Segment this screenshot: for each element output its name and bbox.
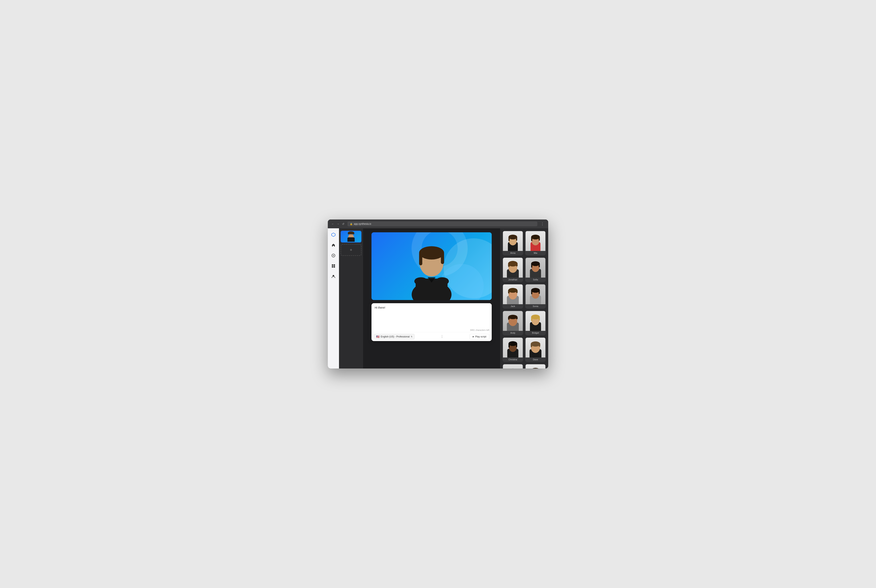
svg-point-17 (436, 278, 449, 285)
avatar-card-anna[interactable]: Anna (502, 231, 523, 255)
main-avatar (398, 232, 465, 300)
sidebar-icon-home[interactable] (330, 242, 337, 248)
svg-rect-51 (508, 316, 509, 320)
avatar-name-sofia: Sofia (526, 278, 545, 282)
avatar-card-sofia[interactable]: Sofia (525, 257, 546, 282)
svg-point-75 (531, 368, 540, 369)
svg-rect-4 (334, 264, 335, 266)
svg-rect-26 (531, 237, 532, 241)
main-content: 3491 characters left 🇺🇸 English (US) - P… (363, 228, 500, 369)
avatar-card-mia[interactable]: Mia (525, 231, 546, 255)
sidebar-icon-profile[interactable] (330, 273, 337, 280)
svg-rect-13 (419, 252, 422, 266)
avatar-card-andy[interactable]: Andy (502, 310, 523, 335)
svg-point-60 (508, 341, 517, 346)
svg-rect-36 (531, 263, 532, 268)
svg-rect-31 (508, 263, 510, 267)
refresh-button[interactable]: ↺ (341, 222, 345, 226)
svg-point-25 (531, 235, 540, 240)
svg-point-35 (531, 261, 540, 266)
browser-chrome: ← → ↺ 🔒 app.synthesia.io ⋮ (328, 219, 548, 228)
lock-icon: 🔒 (350, 223, 353, 225)
address-bar[interactable]: 🔒 app.synthesia.io (347, 222, 537, 226)
svg-rect-46 (531, 290, 532, 294)
avatar-name-jack: Jack (503, 304, 523, 308)
svg-rect-57 (539, 316, 540, 321)
svg-marker-0 (332, 233, 335, 237)
avatar-card-jack[interactable]: Jack (502, 284, 523, 309)
script-footer: 🇺🇸 English (US) - Professional ⇅ ⋮ ▶ Pla… (371, 332, 492, 341)
sidebar-icon-logo[interactable] (330, 231, 337, 238)
forward-button[interactable]: → (336, 222, 340, 226)
avatar-name-jonathan: Jonathan (503, 278, 523, 282)
avatar-name-christina: Christina (503, 357, 523, 362)
svg-rect-14 (441, 252, 444, 264)
svg-point-55 (531, 315, 540, 320)
svg-point-16 (414, 278, 428, 285)
plus-icon: + (350, 248, 352, 252)
avatar-name-mia: Mia (526, 251, 545, 255)
browser-window: ← → ↺ 🔒 app.synthesia.io ⋮ (328, 219, 548, 369)
svg-point-12 (419, 246, 444, 260)
language-label: English (US) - Professional (381, 335, 410, 338)
avatar-card-marcus[interactable]: Marcus (502, 364, 523, 369)
svg-rect-67 (539, 344, 540, 347)
svg-rect-6 (334, 266, 335, 268)
scene-panel: + (339, 228, 363, 369)
svg-rect-3 (332, 264, 333, 266)
script-options-button[interactable]: ⋮ (440, 334, 445, 339)
svg-rect-21 (508, 237, 510, 241)
script-textarea[interactable] (371, 303, 492, 327)
avatar-name-dave: Dave (526, 357, 545, 362)
avatar-name-andy: Andy (503, 331, 523, 335)
svg-rect-66 (531, 344, 532, 347)
svg-rect-37 (539, 263, 540, 267)
svg-rect-41 (508, 290, 509, 294)
svg-rect-42 (516, 290, 518, 293)
svg-rect-5 (332, 266, 333, 268)
scene-add-button[interactable]: + (341, 244, 361, 256)
browser-menu-button[interactable]: ⋮ (540, 222, 545, 226)
avatar-card-jonathan[interactable]: Jonathan (502, 257, 523, 282)
svg-rect-22 (516, 237, 517, 241)
avatar-name-anna: Anna (503, 251, 523, 255)
sidebar-icon-templates[interactable] (330, 263, 337, 269)
flag-icon: 🇺🇸 (376, 335, 380, 338)
chevron-updown-icon: ⇅ (411, 336, 412, 338)
avatar-grid: Anna Mia (502, 231, 546, 369)
svg-rect-56 (531, 316, 532, 321)
app-layout: + (328, 228, 548, 369)
back-button[interactable]: ← (331, 222, 335, 226)
video-preview (371, 232, 492, 300)
svg-point-50 (508, 315, 518, 319)
url-text: app.synthesia.io (354, 222, 371, 225)
avatar-card-christina[interactable]: Christina (502, 337, 523, 362)
scene-thumb-1[interactable] (341, 231, 361, 243)
svg-rect-61 (508, 343, 510, 348)
svg-rect-47 (539, 290, 540, 294)
sidebar (328, 228, 339, 369)
nav-buttons: ← → ↺ (331, 222, 345, 226)
svg-rect-52 (516, 316, 518, 320)
avatar-card-sonia[interactable]: Sonia (525, 284, 546, 309)
char-count: 3491 characters left (371, 328, 492, 332)
svg-point-40 (508, 288, 518, 293)
svg-point-65 (531, 342, 540, 346)
avatar-card-bridget[interactable]: Bridget (525, 310, 546, 335)
svg-rect-27 (539, 237, 540, 241)
svg-point-20 (508, 235, 517, 240)
avatar-card-elena[interactable]: Elena (525, 364, 546, 369)
script-panel: 3491 characters left 🇺🇸 English (US) - P… (371, 303, 492, 341)
play-script-button[interactable]: ▶ Play script (470, 334, 489, 339)
sidebar-icon-play[interactable] (330, 252, 337, 259)
play-script-label: Play script (475, 335, 486, 338)
play-icon: ▶ (473, 336, 474, 338)
language-selector[interactable]: 🇺🇸 English (US) - Professional ⇅ (374, 334, 415, 339)
avatar-card-dave[interactable]: Dave (525, 337, 546, 362)
avatar-name-bridget: Bridget (526, 331, 545, 335)
svg-rect-62 (516, 343, 517, 347)
svg-marker-2 (333, 255, 334, 256)
avatar-panel: Anna Mia (500, 228, 548, 369)
svg-point-45 (531, 288, 540, 293)
avatar-name-sonia: Sonia (526, 304, 545, 308)
